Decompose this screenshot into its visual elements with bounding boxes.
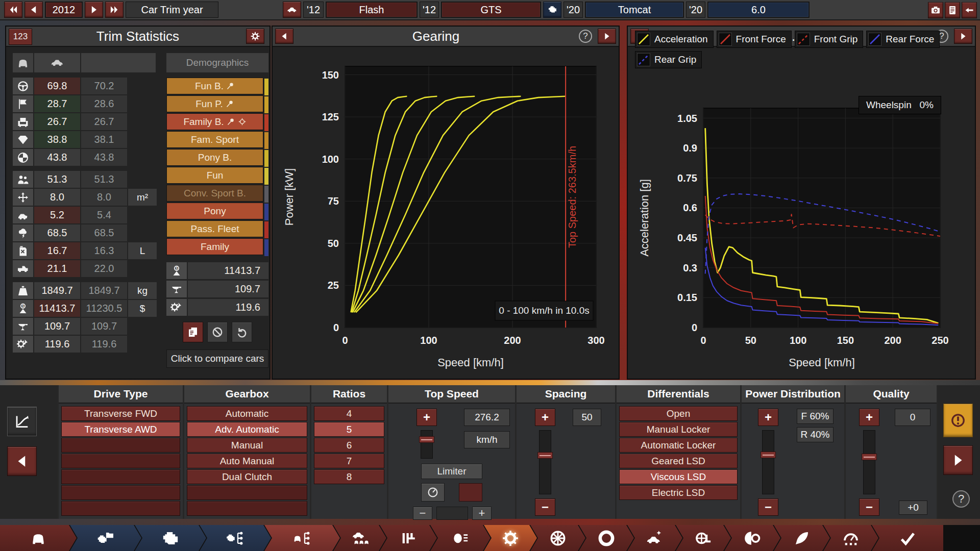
quality-increase-button[interactable]: + [859,409,879,426]
legend-front-force[interactable]: Front Force [717,31,792,48]
power-distribution-decrease-button[interactable]: − [758,498,778,516]
stats-settings-button[interactable] [246,29,264,44]
tab-aero[interactable] [627,525,682,551]
demographic-fun-p[interactable]: Fun P. [166,95,263,112]
differentials-option-viscous-lsd[interactable]: Viscous LSD [619,469,738,484]
demographic-family[interactable]: Family [166,238,263,255]
demographic-family-b[interactable]: Family B. [166,113,263,130]
tab-detailing[interactable] [774,525,830,551]
stats-mode-button[interactable]: 123 [9,29,32,45]
engine-variant-box[interactable]: 6.0 [707,2,810,18]
tab-finish[interactable] [872,525,943,551]
gearbox-option-adv-automatic[interactable]: Adv. Automatic [187,422,307,437]
legend-rear-grip[interactable]: Rear Grip [635,51,702,68]
limiter-button[interactable]: Limiter [421,464,482,479]
tab-test-track[interactable] [823,525,878,551]
ratios-option-4[interactable]: 4 [314,406,384,421]
engine-button[interactable] [543,2,561,18]
gearing-help-button[interactable]: ? [579,30,592,43]
engine-family-box[interactable]: Tomcat [585,2,684,18]
top-speed-slider[interactable] [421,430,433,459]
back-button[interactable] [962,2,977,18]
compare-hint[interactable]: Click to compare cars [166,349,268,368]
power-distribution-slider[interactable] [762,430,774,494]
drive-type-option-transverse-fwd[interactable]: Transverse FWD [61,406,180,421]
model-name-box[interactable]: Flash [326,2,418,18]
limiter-increase-button[interactable]: + [472,507,492,520]
tab-fixtures-lights[interactable] [430,525,491,551]
clear-compare-button[interactable] [207,322,228,342]
tab-gearbox[interactable] [380,525,437,551]
power-distribution-increase-button[interactable]: + [758,409,778,426]
limiter-decrease-button[interactable]: − [413,507,432,520]
spacing-decrease-button[interactable]: − [535,498,555,516]
differentials-option-open[interactable]: Open [619,406,738,421]
tab-wheels[interactable] [530,525,585,551]
year-prev-button[interactable] [24,2,43,18]
demographic-pass-fleet[interactable]: Pass. Fleet [166,220,263,237]
differentials-option-automatic-locker[interactable]: Automatic Locker [619,438,738,453]
gearbox-option-auto-manual[interactable]: Auto Manual [187,454,307,468]
tab-engine-variant[interactable] [135,525,206,551]
help-button[interactable]: ? [952,490,970,508]
legend-rear-force[interactable]: Rear Force [866,31,940,48]
drive-type-option-transverse-awd[interactable]: Transverse AWD [61,422,180,437]
differentials-option-electric-lsd[interactable]: Electric LSD [619,485,738,500]
warning-button[interactable] [943,404,973,437]
ratios-option-5[interactable]: 5 [314,422,384,437]
report-button[interactable] [945,2,960,18]
tab-engine-tuning[interactable] [200,525,271,551]
gearbox-option-automatic[interactable]: Automatic [187,406,307,421]
undo-button[interactable] [232,322,252,342]
gearing-next-button[interactable] [598,29,616,44]
stat-row-prestige: 38.838.1 [13,131,163,148]
tab-tires[interactable] [579,525,634,551]
limiter-fine-input[interactable] [436,507,468,520]
year-first-button[interactable] [4,2,22,18]
demographic-pony[interactable]: Pony [166,203,263,219]
gearing-prev-button[interactable] [275,29,293,44]
ratios-option-6[interactable]: 6 [314,438,384,453]
demographic-fam-sport[interactable]: Fam. Sport [166,131,263,148]
tab-body-options[interactable] [333,525,386,551]
year-next-button[interactable] [85,2,103,18]
demographic-pony-b[interactable]: Pony B. [166,149,263,166]
prev-page-button[interactable] [7,446,37,476]
demographic-conv-sport-b[interactable]: Conv. Sport B. [166,185,263,202]
top-speed-increase-button[interactable]: + [416,409,437,426]
demographic-fun-b[interactable]: Fun B. [166,78,263,94]
tab-car-body[interactable] [0,525,77,551]
car-model-button[interactable] [283,2,301,18]
limiter-dial-button[interactable] [421,483,445,502]
ratios-option-8[interactable]: 8 [314,469,384,484]
tab-engine-family[interactable] [70,525,141,551]
compare-list-button[interactable] [183,322,203,342]
demographic-fun[interactable]: Fun [166,167,263,184]
legend-front-grip[interactable]: Front Grip [795,31,864,48]
traction-next-button[interactable] [954,29,972,44]
quality-decrease-button[interactable]: − [859,498,879,516]
demographic-label: Fam. Sport [191,134,239,145]
spacing-slider[interactable] [539,430,551,494]
limiter-state-box[interactable] [459,483,482,502]
gearbox-option-dual-clutch[interactable]: Dual Clutch [187,469,307,484]
spacing-increase-button[interactable]: + [535,409,555,426]
differentials-option-manual-locker[interactable]: Manual Locker [619,422,738,437]
tab-wheel-options[interactable] [724,525,780,551]
year-value[interactable]: 2012 [45,2,83,18]
graph-toggle-button[interactable] [7,407,37,436]
year-last-button[interactable] [105,2,124,18]
photo-button[interactable] [928,2,943,18]
arrow-right-icon [950,453,966,468]
legend-acceleration[interactable]: Acceleration [635,31,714,48]
ratios-option-7[interactable]: 7 [314,454,384,468]
year-mode-label: Car Trim year [126,2,218,18]
tab-brakes[interactable] [676,525,731,551]
trim-name-box[interactable]: GTS [441,2,541,18]
quality-slider[interactable] [863,430,875,494]
differentials-option-geared-lsd[interactable]: Geared LSD [619,454,738,468]
gearbox-option-manual[interactable]: Manual [187,438,307,453]
next-page-button[interactable] [943,445,973,475]
tab-gearing[interactable] [484,525,537,551]
tab-trim-settings[interactable] [264,525,340,551]
